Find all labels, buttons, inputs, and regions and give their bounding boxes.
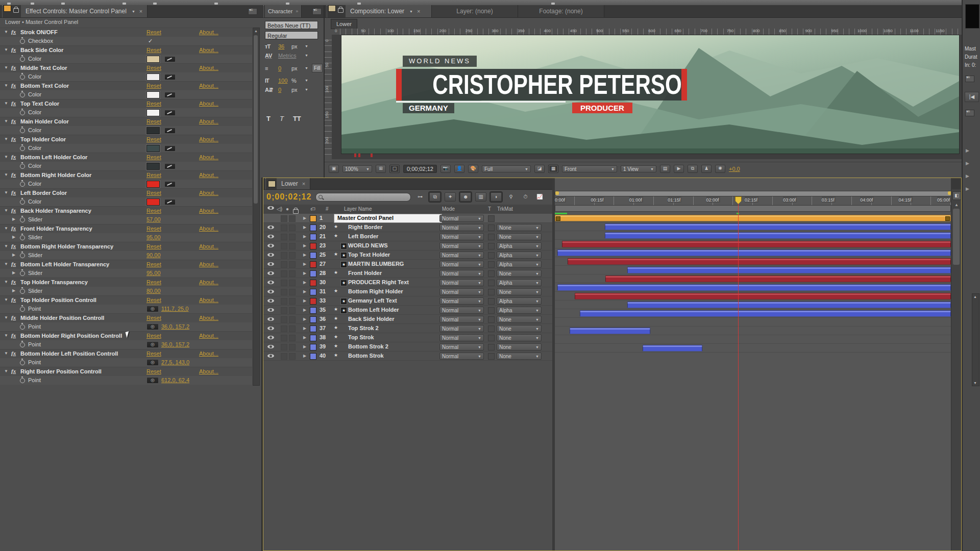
about-link[interactable]: About...: [199, 315, 218, 321]
point-value[interactable]: 612,0, 62,4: [161, 377, 189, 383]
expand-arrow-icon[interactable]: ▶: [303, 326, 306, 331]
layer-name[interactable]: Right Border: [348, 224, 382, 230]
preserve-transparency-checkbox[interactable]: [488, 252, 495, 259]
close-icon[interactable]: ×: [139, 8, 142, 14]
stopwatch-icon[interactable]: [20, 110, 25, 115]
toolbar-icon[interactable]: [7, 3, 11, 5]
collapse-arrow-icon[interactable]: ▼: [4, 101, 8, 106]
mode-dropdown[interactable]: Normal▼: [439, 224, 484, 231]
play-icon[interactable]: ▶: [966, 161, 969, 166]
chevron-down-icon[interactable]: ▼: [305, 66, 308, 70]
preserve-transparency-checkbox[interactable]: [488, 353, 495, 360]
lock-cell[interactable]: [289, 280, 296, 286]
about-link[interactable]: About...: [199, 333, 218, 339]
layer-name[interactable]: Top Strok 2: [348, 325, 379, 331]
point-picker-icon[interactable]: ◎: [146, 377, 159, 384]
preserve-transparency-checkbox[interactable]: [488, 335, 495, 341]
collapse-arrow-icon[interactable]: ▼: [4, 208, 8, 213]
layer-row[interactable]: ▶31★★Bottom Right HolderNormal▼None▼: [263, 287, 552, 296]
collapse-arrow-icon[interactable]: ▼: [4, 30, 8, 34]
mode-dropdown[interactable]: Normal▼: [439, 288, 484, 295]
preserve-transparency-checkbox[interactable]: [488, 243, 495, 249]
eye-icon[interactable]: [267, 271, 274, 275]
preserve-transparency-checkbox[interactable]: [488, 280, 495, 286]
tab-effect-controls[interactable]: Effect Controls: Master Control Panel ▼ …: [21, 5, 148, 17]
go-to-start-button[interactable]: |◀: [965, 92, 979, 102]
layer-row[interactable]: ▶21★★Left BorderNormal▼None▼: [263, 232, 552, 241]
reset-button[interactable]: Reset: [146, 83, 161, 89]
panel-menu-icon[interactable]: [965, 110, 974, 116]
panel-grip[interactable]: [261, 5, 264, 17]
expand-arrow-icon[interactable]: ▶: [303, 308, 306, 312]
trkmat-dropdown[interactable]: None▼: [497, 316, 542, 323]
toolbar-icon[interactable]: [31, 3, 34, 5]
point-picker-icon[interactable]: ◎: [146, 341, 159, 348]
about-link[interactable]: About...: [199, 261, 218, 267]
eye-icon[interactable]: [267, 299, 274, 303]
panel-menu-icon[interactable]: [312, 8, 322, 15]
stroke-width-value[interactable]: 0: [278, 65, 281, 71]
label-swatch[interactable]: [310, 261, 316, 268]
snapshot-icon[interactable]: 📷: [440, 165, 451, 173]
effect-name[interactable]: Top Holder Transparency: [20, 279, 88, 285]
preserve-transparency-checkbox[interactable]: [488, 307, 495, 314]
panel-menu-icon[interactable]: [965, 76, 974, 82]
collapse-arrow-icon[interactable]: ▼: [4, 137, 8, 141]
stopwatch-icon[interactable]: [20, 92, 25, 97]
trkmat-dropdown[interactable]: None▼: [497, 353, 542, 360]
layer-duration-bar[interactable]: [605, 223, 951, 230]
stopwatch-icon[interactable]: [20, 182, 25, 187]
scroll-up-icon[interactable]: ▲: [954, 203, 959, 207]
layer-name[interactable]: Top Strok: [348, 334, 374, 340]
number-column-label[interactable]: #: [326, 206, 329, 212]
lock-cell[interactable]: [289, 289, 296, 295]
eye-icon[interactable]: [267, 281, 274, 284]
lock-cell[interactable]: [289, 316, 296, 323]
lock-cell[interactable]: [289, 353, 296, 360]
reset-button[interactable]: Reset: [146, 208, 161, 214]
audio-cell[interactable]: [281, 344, 287, 350]
layer-duration-bar[interactable]: [627, 267, 951, 273]
about-link[interactable]: About...: [199, 47, 218, 53]
search-input[interactable]: [315, 193, 411, 202]
effect-name[interactable]: Bottom Left Holder Transparency: [20, 261, 109, 267]
audio-column-icon[interactable]: ◁): [277, 206, 282, 212]
mode-dropdown[interactable]: Normal▼: [439, 242, 484, 249]
layer-name[interactable]: Top Text Holder: [348, 252, 390, 258]
label-swatch[interactable]: [310, 289, 316, 295]
time-ruler[interactable]: 0:00f00:15f01:00f01:15f02:00f02:15f03:00…: [555, 196, 951, 205]
eye-icon[interactable]: [267, 226, 274, 229]
tab-character[interactable]: Character »: [265, 5, 302, 17]
magnification-dropdown[interactable]: 100%▼: [342, 165, 372, 172]
point-picker-icon[interactable]: ◎: [146, 323, 159, 330]
draft-3d-icon[interactable]: ✦: [445, 192, 456, 202]
mode-dropdown[interactable]: Normal▼: [439, 279, 484, 286]
close-icon[interactable]: ×: [417, 8, 420, 14]
about-link[interactable]: About...: [199, 29, 218, 35]
layer-row[interactable]: ▶20★★Right BorderNormal▼None▼: [263, 223, 552, 232]
layer-row[interactable]: ▶1Master Control PanelNormal▼: [263, 214, 552, 223]
trkmat-dropdown[interactable]: Alpha▼: [497, 252, 542, 259]
collapse-star-icon[interactable]: ★: [334, 353, 338, 358]
about-link[interactable]: About...: [199, 83, 218, 89]
play-icon[interactable]: ▶: [966, 186, 969, 191]
reset-button[interactable]: Reset: [146, 226, 161, 232]
label-swatch[interactable]: [310, 298, 316, 305]
kerning-value[interactable]: Metrics: [278, 53, 296, 59]
lock-icon[interactable]: [338, 8, 344, 13]
audio-cell[interactable]: [281, 335, 287, 341]
effect-name[interactable]: Bottom Left Holder Color: [20, 154, 87, 160]
trkmat-dropdown[interactable]: None▼: [497, 270, 542, 277]
about-link[interactable]: About...: [199, 279, 218, 285]
about-link[interactable]: About...: [199, 154, 218, 160]
effect-name[interactable]: Bottom Holder Left Position Controll: [20, 350, 118, 357]
lock-cell[interactable]: [289, 215, 296, 222]
eye-icon[interactable]: [267, 253, 274, 257]
stopwatch-icon[interactable]: [20, 360, 25, 365]
trkmat-dropdown[interactable]: None▼: [497, 334, 542, 341]
point-value[interactable]: 111,7, 25,0: [161, 306, 188, 312]
lock-cell[interactable]: [289, 344, 296, 350]
composition-subtab[interactable]: Lower: [331, 19, 357, 29]
current-time-indicator-line[interactable]: [738, 196, 739, 550]
fill-over-stroke-button[interactable]: Fill: [312, 64, 323, 72]
